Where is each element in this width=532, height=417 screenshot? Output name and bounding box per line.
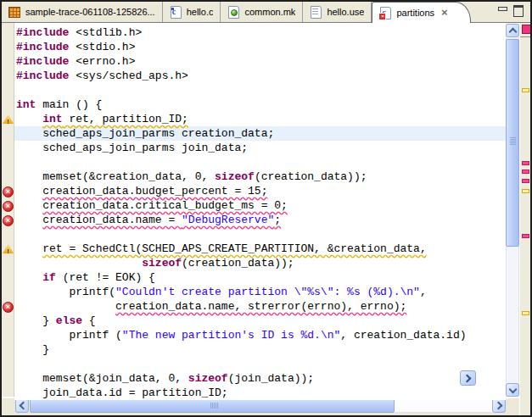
code-token: sched_aps_join_parms join_data;: [42, 142, 248, 154]
code-token: }: [42, 343, 49, 356]
code-area[interactable]: #include <stdlib.h>#include <stdio.h>#in…: [14, 22, 506, 400]
editor-tab-bar: sample-trace-061108-125826...chello.ccom…: [2, 2, 530, 23]
code-token: creation_data.critical_budget_ms = 0;: [42, 199, 288, 212]
c-file-icon: c: [169, 5, 182, 19]
code-line-current[interactable]: sched_aps_join_parms creation_data;: [14, 126, 506, 141]
overview-error-marker[interactable]: [522, 161, 529, 165]
code-token: (creation_data));: [182, 257, 294, 270]
vertical-marker-ruler[interactable]: [2, 22, 14, 397]
tab-hello-c[interactable]: chello.c: [163, 2, 221, 22]
trace-file-icon: [8, 5, 21, 19]
code-line[interactable]: #include <errno.h>: [14, 54, 506, 69]
scroll-left-button[interactable]: [15, 398, 29, 413]
editor-area: sample-trace-061108-125826...chello.ccom…: [2, 2, 530, 415]
code-line[interactable]: int main () {: [14, 97, 506, 112]
error-marker-icon[interactable]: [3, 302, 14, 313]
code-line[interactable]: ret = SchedCtl(SCHED_APS_CREATE_PARTITIO…: [14, 242, 506, 256]
code-token: ,: [420, 286, 427, 298]
minimize-icon[interactable]: [496, 4, 508, 16]
code-line[interactable]: creation_data.budget_percent = 15;: [14, 184, 506, 198]
tab-common-mk[interactable]: common.mk: [221, 2, 303, 22]
scroll-down-button[interactable]: [506, 383, 519, 397]
chevron-right-icon: [463, 374, 472, 382]
vertical-scrollbar[interactable]: [506, 24, 519, 397]
code-line[interactable]: [14, 83, 506, 97]
code-line[interactable]: printf ("The new partition's ID is %d.\n…: [14, 328, 506, 342]
overview-ruler[interactable]: [519, 22, 531, 415]
error-marker-icon[interactable]: [3, 215, 14, 226]
tab-partitions[interactable]: c×partitions×: [372, 2, 470, 23]
code-token: (join_data));: [228, 372, 314, 385]
tab-label: sample-trace-061108-125826...: [25, 7, 155, 17]
code-token: memset(&join_data, 0,: [42, 372, 188, 385]
code-token: #include: [16, 41, 69, 53]
code-token: #include: [16, 55, 69, 68]
chevron-right-overlay-button[interactable]: [460, 370, 476, 386]
code-line[interactable]: sched_aps_join_parms join_data;: [14, 141, 506, 155]
tab-label: partitions: [396, 8, 434, 18]
overview-error-marker[interactable]: [522, 179, 529, 183]
code-line[interactable]: join_data.id = partition_ID;: [14, 386, 506, 400]
code-token: creation_data.name, strerror(errno), err…: [115, 300, 406, 313]
tab-hello-use[interactable]: hello.use: [303, 2, 372, 22]
scroll-up-button[interactable]: [506, 24, 519, 37]
maximize-icon[interactable]: [512, 4, 524, 16]
overview-warning-marker[interactable]: [522, 88, 529, 92]
text-file-icon: [309, 5, 322, 19]
code-token: int: [16, 98, 36, 111]
horizontal-scrollbar[interactable]: [15, 398, 506, 413]
close-icon[interactable]: ×: [441, 8, 448, 18]
code-line[interactable]: [14, 357, 506, 371]
code-line[interactable]: #include <stdlib.h>: [14, 25, 506, 40]
scrollbar-grip: [510, 137, 516, 145]
tab-label: hello.c: [187, 7, 214, 17]
code-line[interactable]: memset(&creation_data, 0, sizeof(creatio…: [14, 170, 506, 184]
code-line[interactable]: int ret, partition_ID;: [14, 112, 506, 126]
code-line[interactable]: printf("Couldn't create partition \"%s\"…: [14, 285, 506, 299]
chevron-right-icon: [494, 402, 502, 410]
code-token: printf(: [69, 286, 115, 298]
tab-sample-trace-061108-125826-[interactable]: sample-trace-061108-125826...: [2, 2, 163, 22]
code-line[interactable]: }: [14, 342, 506, 357]
warning-marker-icon[interactable]: [3, 244, 14, 253]
error-marker-icon[interactable]: [3, 201, 14, 212]
code-line[interactable]: #include <stdio.h>: [14, 40, 506, 54]
overview-warning-marker[interactable]: [522, 189, 529, 193]
overview-error-marker[interactable]: [522, 234, 529, 238]
code-token: <errno.h>: [69, 55, 135, 68]
code-token: if: [42, 271, 56, 284]
code-token: ;: [274, 214, 281, 226]
code-line[interactable]: creation_data.name, strerror(errno), err…: [14, 299, 506, 314]
code-line[interactable]: sizeof(creation_data));: [14, 256, 506, 270]
overview-error-marker[interactable]: [522, 170, 529, 174]
code-token: printf (: [69, 329, 121, 342]
code-token: "The new partition's ID is %d.\n": [122, 329, 340, 342]
code-token: memset(&creation_data, 0,: [42, 170, 215, 183]
warning-squiggle: ret = SchedCtl(SCHED_APS_CREATE_PARTITIO…: [42, 242, 426, 255]
code-line[interactable]: [14, 155, 506, 170]
scrollbar-grip: [210, 403, 218, 409]
code-token: "Couldn't create partition \"%s\": %s (%…: [115, 286, 420, 298]
code-token: {: [82, 314, 96, 327]
code-line[interactable]: if (ret != EOK) {: [14, 270, 506, 285]
code-line[interactable]: [14, 227, 506, 242]
code-token: (ret != EOK) {: [56, 271, 155, 284]
ide-editor-window: sample-trace-061108-125826...chello.ccom…: [0, 0, 532, 417]
makefile-icon: [227, 5, 240, 19]
tab-label: hello.use: [327, 7, 364, 17]
code-token: <stdio.h>: [69, 41, 135, 53]
error-marker-icon[interactable]: [3, 186, 14, 197]
code-line[interactable]: } else {: [14, 314, 506, 328]
vertical-scrollbar-thumb[interactable]: [506, 39, 519, 247]
code-line[interactable]: #include <sys/sched_aps.h>: [14, 69, 506, 83]
code-line[interactable]: creation_data.name = "DebugReserve";: [14, 213, 506, 227]
warning-marker-icon[interactable]: [3, 114, 14, 124]
overview-warning-marker[interactable]: [522, 311, 529, 315]
code-token: sched_aps_join_parms creation_data;: [42, 127, 274, 140]
code-token: sizeof: [142, 257, 182, 270]
error-squiggle: creation_data.critical_budget_ms = 0;: [42, 199, 288, 212]
code-line[interactable]: memset(&join_data, 0, sizeof(join_data))…: [14, 371, 506, 386]
horizontal-scrollbar-thumb[interactable]: [30, 398, 395, 413]
scroll-right-button[interactable]: [492, 398, 506, 413]
code-line[interactable]: creation_data.critical_budget_ms = 0;: [14, 198, 506, 213]
